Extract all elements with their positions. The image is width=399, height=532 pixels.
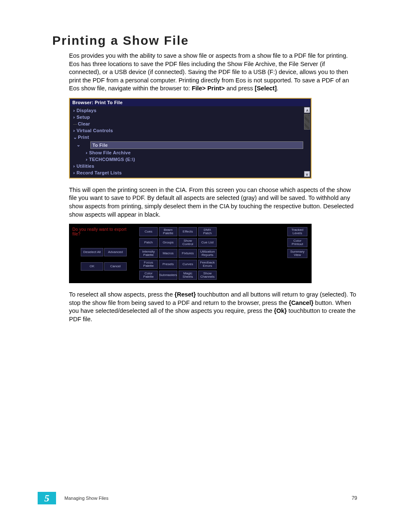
mid-paragraph: This will open the printing screen in th… xyxy=(69,186,357,219)
aspect-feedback-errors[interactable]: Feedback Errors xyxy=(198,260,217,269)
scroll-thumb[interactable] xyxy=(304,114,310,130)
para1-text-e: . xyxy=(276,85,278,92)
tree-setup[interactable]: Setup xyxy=(70,114,311,120)
aspect-intensity-palette[interactable]: Intensity Palette xyxy=(139,249,158,258)
summary-view-button[interactable]: Summary View xyxy=(287,249,307,258)
aspect-focus-palette[interactable]: Focus Palette xyxy=(139,260,158,269)
aspect-curves[interactable]: Curves xyxy=(179,260,197,269)
aspect-utilization-reports[interactable]: Utilization Reports xyxy=(198,249,217,258)
page-number: 79 xyxy=(352,495,357,501)
tree-tofile-arrow xyxy=(77,142,81,148)
tree-techcommgs[interactable]: TECHCOMMGS (E:\) xyxy=(70,156,311,163)
closing-paragraph: To reselect all show aspects, press the … xyxy=(69,291,357,323)
browser-screenshot: Browser: Print To File Displays Setup Cl… xyxy=(69,98,312,179)
cia-right-panel: Tracked Levels Color Printout Summary Vi… xyxy=(287,227,308,258)
aspect-macros[interactable]: Macros xyxy=(159,249,177,258)
chapter-number: 5 xyxy=(38,492,56,504)
aspect-fixtures[interactable]: Fixtures xyxy=(179,249,197,258)
para3-reset: {Reset} xyxy=(174,291,196,298)
aspect-beam-palette[interactable]: Beam Palette xyxy=(159,227,177,236)
para3-a: To reselect all show aspects, press the xyxy=(69,291,174,298)
tree-utilities[interactable]: Utilities xyxy=(70,163,311,169)
page-heading: Printing a Show File xyxy=(52,33,357,48)
page-footer: 5 Managing Show Files 79 xyxy=(0,492,399,504)
para1-text-c: and press xyxy=(226,85,255,92)
para1-bold-path: File> Print> xyxy=(192,85,226,92)
intro-paragraph: Eos provides you with the ability to sav… xyxy=(69,52,357,93)
ok-button[interactable]: OK xyxy=(81,262,103,271)
para1-bold-select: [Select] xyxy=(255,85,276,92)
para3-cancel: {Cancel} xyxy=(289,299,314,306)
cia-screenshot: Do you really want to export file? Desel… xyxy=(69,224,312,283)
aspect-effects[interactable]: Effects xyxy=(179,227,197,236)
tree-clear[interactable]: Clear xyxy=(70,120,311,127)
aspect-cues[interactable]: Cues xyxy=(139,227,158,236)
tree-show-file-archive[interactable]: Show File Archive xyxy=(70,149,311,156)
scroll-up-button[interactable]: ʌ xyxy=(304,107,310,113)
aspect-color-palette[interactable]: Color Palette xyxy=(139,271,158,280)
browser-title: Browser: Print To File xyxy=(70,99,311,106)
footer-section-label: Managing Show Files xyxy=(64,496,108,501)
para3-ok: {Ok} xyxy=(274,307,287,314)
tree-to-file[interactable]: To File xyxy=(90,141,303,149)
aspect-cue-list[interactable]: Cue List xyxy=(198,238,217,247)
scroll-down-button[interactable]: v xyxy=(304,171,310,177)
cia-left-panel: Do you really want to export file? Desel… xyxy=(72,227,135,276)
cia-prompt: Do you really want to export file? xyxy=(72,227,135,236)
tree-virtual-controls[interactable]: Virtual Controls xyxy=(70,127,311,134)
aspect-groups[interactable]: Groups xyxy=(159,238,177,247)
tree-displays[interactable]: Displays xyxy=(70,107,311,114)
aspect-dmx-patch[interactable]: DMX Patch xyxy=(198,227,217,236)
aspect-submasters[interactable]: Submasters xyxy=(159,271,177,280)
aspect-patch[interactable]: Patch xyxy=(139,238,158,247)
aspect-magic-sheets[interactable]: Magic Sheets xyxy=(179,271,197,280)
aspect-presets[interactable]: Presets xyxy=(159,260,177,269)
browser-body: Displays Setup Clear Virtual Controls Pr… xyxy=(70,106,311,178)
aspect-show-control[interactable]: Show Control xyxy=(179,238,197,247)
tree-print[interactable]: Print xyxy=(70,134,311,141)
cia-aspect-grid: Cues Beam Palette Effects DMX Patch Patc… xyxy=(139,227,218,280)
advanced-button[interactable]: Advanced xyxy=(104,248,127,256)
color-printout-button[interactable]: Color Printout xyxy=(287,238,307,247)
deselect-all-button[interactable]: Deselect All xyxy=(81,248,103,256)
cancel-button[interactable]: Cancel xyxy=(104,262,127,271)
tree-record-target-lists[interactable]: Record Target Lists xyxy=(70,169,311,176)
tracked-levels-button[interactable]: Tracked Levels xyxy=(287,227,307,236)
aspect-show-channels[interactable]: Show Channels xyxy=(198,271,217,280)
